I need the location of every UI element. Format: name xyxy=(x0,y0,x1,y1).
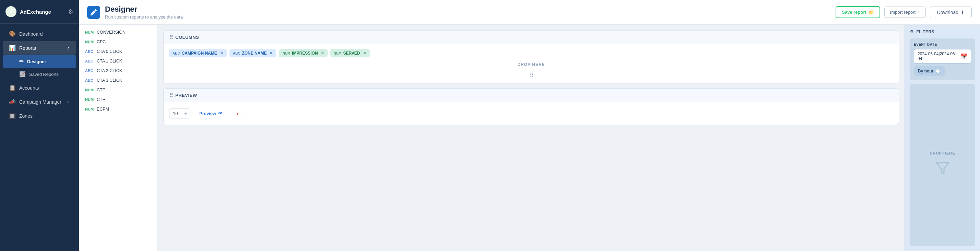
save-report-button[interactable]: Save report 📁 xyxy=(835,6,880,18)
clock-icon: 🕐 xyxy=(935,69,940,74)
main-area: Designer Run custom reports to analyze t… xyxy=(79,0,980,251)
by-hour-label: By hour xyxy=(918,69,933,74)
date-range-value: 2024-06-04|2024-06-04 xyxy=(918,51,958,61)
download-button[interactable]: Download ⬇ xyxy=(930,6,972,18)
field-conversion[interactable]: NUM CONVERSION xyxy=(79,27,158,37)
sidebar-item-accounts[interactable]: 📋 Accounts xyxy=(3,81,76,94)
field-cta3click[interactable]: Abc CTA 3 CLICK xyxy=(79,75,158,85)
topbar-actions: Save report 📁 Import report ↑ Download ⬇ xyxy=(835,6,972,18)
columns-title: COLUMNS xyxy=(175,35,199,40)
sidebar-item-saved-reports[interactable]: 📈 Saved Reports xyxy=(3,68,76,80)
columns-drop-zone: DROP HERE xyxy=(169,61,893,68)
chip-impression-label: IMPRESSION xyxy=(292,51,318,56)
dashboard-icon: 🎨 xyxy=(9,30,16,37)
designer-label: Designer xyxy=(27,59,46,64)
columns-drag-icon[interactable]: ⠿ xyxy=(169,34,173,40)
chip-campaign-name[interactable]: Abc CAMPAIGN NAME ✕ xyxy=(169,49,227,58)
field-ctr[interactable]: NUM CTR xyxy=(79,95,158,104)
date-range-input[interactable]: 2024-06-04|2024-06-04 📅 xyxy=(914,49,971,64)
filter-drop-zone: DROP HERE xyxy=(910,84,975,246)
topbar: Designer Run custom reports to analyze t… xyxy=(79,0,980,25)
chip-impression[interactable]: NUM IMPRESSION ✕ xyxy=(279,49,327,58)
field-cta2click[interactable]: Abc CTA 2 CLICK xyxy=(79,66,158,75)
preview-header: ⠿ PREVIEW xyxy=(164,89,899,102)
accounts-label: Accounts xyxy=(19,85,39,91)
designer-icon: ✏ xyxy=(19,58,24,64)
arrow-indicator: ← xyxy=(234,107,245,120)
import-report-label: Import report xyxy=(890,10,915,15)
calendar-icon: 📅 xyxy=(961,53,967,60)
topbar-logo xyxy=(87,6,100,19)
reports-chevron: ∧ xyxy=(67,46,70,51)
columns-body: Abc CAMPAIGN NAME ✕ Abc ZONE NAME ✕ NU xyxy=(164,44,899,83)
field-ctp[interactable]: NUM CTP xyxy=(79,85,158,95)
sidebar: ✳ AdExchange ⚙ 🎨 Dashboard 📊 Reports ∧ ✏… xyxy=(0,0,79,251)
import-report-button[interactable]: Import report ↑ xyxy=(884,6,926,18)
sidebar-item-reports[interactable]: 📊 Reports ∧ xyxy=(3,41,76,54)
sidebar-nav: 🎨 Dashboard 📊 Reports ∧ ✏ Designer 📈 Sav… xyxy=(0,24,79,251)
preview-row-count-select[interactable]: 10 25 50 100 xyxy=(169,109,190,118)
filters-title: ⚗ FILTERS xyxy=(910,30,975,34)
preview-title: PREVIEW xyxy=(175,93,197,98)
preview-button[interactable]: Preview 👁 xyxy=(194,109,228,118)
dashboard-label: Dashboard xyxy=(19,31,43,37)
chip-impression-close[interactable]: ✕ xyxy=(321,51,324,56)
designer-logo-icon xyxy=(89,8,98,16)
chip-served-label: SERVED xyxy=(343,51,360,56)
topbar-text: Designer Run custom reports to analyze t… xyxy=(105,5,183,19)
reports-submenu: ✏ Designer 📈 Saved Reports xyxy=(0,55,79,80)
event-date-label: EVENT DATE xyxy=(914,43,971,46)
filter-funnel-icon: ⚗ xyxy=(910,30,914,34)
import-icon: ↑ xyxy=(918,10,920,15)
columns-drag-handle[interactable]: ⠿ xyxy=(169,72,893,78)
campaign-label: Campaign Manager xyxy=(19,99,61,105)
columns-header: ⠿ COLUMNS xyxy=(164,30,899,44)
chip-zone-name[interactable]: Abc ZONE NAME ✕ xyxy=(229,49,277,58)
by-hour-button[interactable]: By hour 🕐 xyxy=(914,66,945,76)
content-area: NUM CONVERSION NUM CPC Abc CTA 0 CLICK A… xyxy=(79,25,980,251)
sidebar-item-zones[interactable]: 🔲 Zones xyxy=(3,109,76,123)
filters-panel: ⚗ FILTERS EVENT DATE 2024-06-04|2024-06-… xyxy=(905,25,980,251)
chip-served-close[interactable]: ✕ xyxy=(363,51,366,56)
zones-icon: 🔲 xyxy=(9,113,16,119)
download-label: Download xyxy=(937,10,958,15)
field-cta1click[interactable]: Abc CTA 1 CLICK xyxy=(79,56,158,66)
reports-label: Reports xyxy=(19,45,36,51)
preview-drag-icon[interactable]: ⠿ xyxy=(169,92,173,99)
chip-zone-label: ZONE NAME xyxy=(242,51,267,56)
filters-label: FILTERS xyxy=(916,30,935,34)
save-report-label: Save report xyxy=(842,10,867,15)
page-subtitle: Run custom reports to analyze the data xyxy=(105,14,183,19)
chip-campaign-label: CAMPAIGN NAME xyxy=(182,51,217,56)
columns-chips: Abc CAMPAIGN NAME ✕ Abc ZONE NAME ✕ NU xyxy=(169,49,893,58)
chip-served[interactable]: NUM SERVED ✕ xyxy=(330,49,370,58)
preview-eye-icon: 👁 xyxy=(218,111,223,116)
field-cpc[interactable]: NUM CPC xyxy=(79,37,158,47)
saved-reports-label: Saved Reports xyxy=(29,72,59,77)
accounts-icon: 📋 xyxy=(9,85,16,91)
chip-zone-close[interactable]: ✕ xyxy=(269,51,273,56)
sidebar-item-dashboard[interactable]: 🎨 Dashboard xyxy=(3,27,76,40)
columns-section: ⠿ COLUMNS Abc CAMPAIGN NAME ✕ Abc xyxy=(163,30,899,83)
logo-symbol: ✳ xyxy=(9,9,13,15)
fields-panel: NUM CONVERSION NUM CPC Abc CTA 0 CLICK A… xyxy=(79,25,158,251)
sidebar-item-campaign-manager[interactable]: 📣 Campaign Manager ∨ xyxy=(3,95,76,109)
chip-campaign-close[interactable]: ✕ xyxy=(220,51,223,56)
field-cta0click[interactable]: Abc CTA 0 CLICK xyxy=(79,47,158,56)
workspace: ⠿ COLUMNS Abc CAMPAIGN NAME ✕ Abc xyxy=(158,25,905,251)
sidebar-app-title: AdExchange xyxy=(20,9,51,15)
zones-label: Zones xyxy=(19,113,33,119)
preview-body: 10 25 50 100 Preview 👁 ← xyxy=(164,102,899,125)
preview-section: ⠿ PREVIEW 10 25 50 100 Preview 👁 ← xyxy=(163,88,899,125)
page-title: Designer xyxy=(105,5,183,14)
tools-icon[interactable]: ⚙ xyxy=(68,8,73,16)
preview-button-label: Preview xyxy=(199,111,216,116)
filter-drop-here-label: DROP HERE xyxy=(929,151,955,155)
sidebar-header: ✳ AdExchange ⚙ xyxy=(0,0,79,24)
filter-funnel-drop-icon xyxy=(934,160,951,179)
campaign-chevron: ∨ xyxy=(67,99,70,104)
field-ecpm[interactable]: NUM ECPM xyxy=(79,104,158,114)
campaign-icon: 📣 xyxy=(9,99,16,105)
sidebar-item-designer[interactable]: ✏ Designer xyxy=(3,55,76,68)
reports-icon: 📊 xyxy=(9,45,16,51)
